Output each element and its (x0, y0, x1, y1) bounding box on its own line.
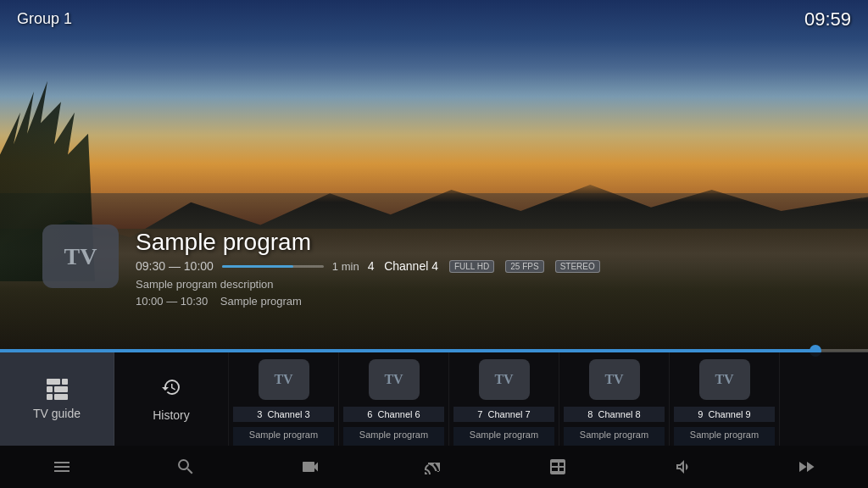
channel-tv-logo: TV (479, 359, 530, 400)
channel-card-9[interactable]: TV 9 Channel 9 Sample program (670, 352, 780, 446)
tv-logo-text: TV (64, 243, 97, 270)
search-button[interactable] (164, 450, 207, 484)
program-info: TV Sample program 09:30 — 10:00 1 min 4 … (51, 229, 834, 308)
next-title: Sample program (220, 295, 302, 308)
channel-name: Channel 4 (384, 259, 438, 273)
channel-tv-logo: TV (369, 359, 420, 400)
volume-button[interactable] (661, 450, 704, 484)
channel-program: Sample program (564, 427, 665, 446)
history-icon (161, 376, 181, 403)
channel-program: Sample program (674, 427, 775, 446)
channel-program: Sample program (453, 427, 554, 446)
channel-card-3[interactable]: TV 3 Channel 3 Sample program (229, 352, 339, 446)
mini-progress-bar (222, 265, 324, 268)
program-description: Sample program description (136, 278, 834, 291)
clock: 09:59 (804, 8, 851, 30)
program-details: Sample program 09:30 — 10:00 1 min 4 Cha… (136, 229, 834, 308)
layout-icon (548, 457, 568, 477)
cast-button[interactable] (413, 450, 455, 484)
bottom-toolbar (0, 446, 868, 488)
channel-program: Sample program (233, 427, 334, 446)
channel-logo: TV (42, 225, 119, 288)
video-button[interactable] (289, 450, 331, 484)
channel-list: TV 3 Channel 3 Sample program TV 6 Chann… (229, 352, 868, 446)
channel-number: 4 (368, 259, 375, 273)
mini-progress-fill (222, 265, 293, 268)
history-label: History (153, 408, 190, 422)
nav-tv-guide[interactable]: TV guide (0, 352, 114, 446)
channel-card-7[interactable]: TV 7 Channel 7 Sample program (449, 352, 559, 446)
badge-fps: 25 FPS (505, 260, 543, 273)
channel-program: Sample program (343, 427, 444, 446)
program-title: Sample program (136, 229, 834, 256)
channel-tv-logo: TV (699, 359, 750, 400)
search-icon (175, 457, 196, 477)
cast-icon (424, 457, 444, 477)
top-bar: Group 1 09:59 (0, 0, 868, 38)
channel-tv-logo: TV (259, 359, 309, 400)
badge-fullhd: FULL HD (449, 260, 494, 273)
layout-button[interactable] (537, 450, 579, 484)
channel-card-8[interactable]: TV 8 Channel 8 Sample program (559, 352, 670, 446)
channel-number-name: 8 Channel 8 (564, 407, 665, 422)
program-time-row: 09:30 — 10:00 1 min 4 Channel 4 FULL HD … (136, 259, 834, 273)
history-svg (161, 377, 181, 397)
menu-icon (52, 457, 72, 477)
channel-badge: 4 Channel 4 (368, 259, 438, 273)
next-time: 10:00 — 10:30 (136, 295, 208, 308)
channel-number-name: 6 Channel 6 (343, 407, 444, 422)
skip-button[interactable] (785, 450, 827, 484)
program-duration: 1 min (332, 260, 359, 273)
bottom-panel: TV guide History TV 3 Channel 3 Sample p… (0, 352, 868, 446)
next-program: 10:00 — 10:30 Sample program (136, 295, 834, 308)
channel-number-name: 3 Channel 3 (233, 407, 334, 422)
channel-number-name: 7 Channel 7 (453, 407, 554, 422)
group-label: Group 1 (17, 10, 72, 28)
tv-guide-icon (47, 379, 68, 402)
program-time: 09:30 — 10:00 (136, 259, 214, 273)
volume-icon (672, 457, 693, 477)
channel-number-name: 9 Channel 9 (674, 407, 775, 422)
nav-history[interactable]: History (114, 352, 229, 446)
channel-tv-logo: TV (589, 359, 640, 400)
video-camera-icon (300, 457, 320, 477)
fast-forward-icon (796, 457, 816, 477)
tv-guide-label: TV guide (33, 407, 81, 420)
badge-stereo: STEREO (555, 260, 600, 273)
channel-card-6[interactable]: TV 6 Channel 6 Sample program (339, 352, 449, 446)
menu-button[interactable] (41, 450, 83, 484)
